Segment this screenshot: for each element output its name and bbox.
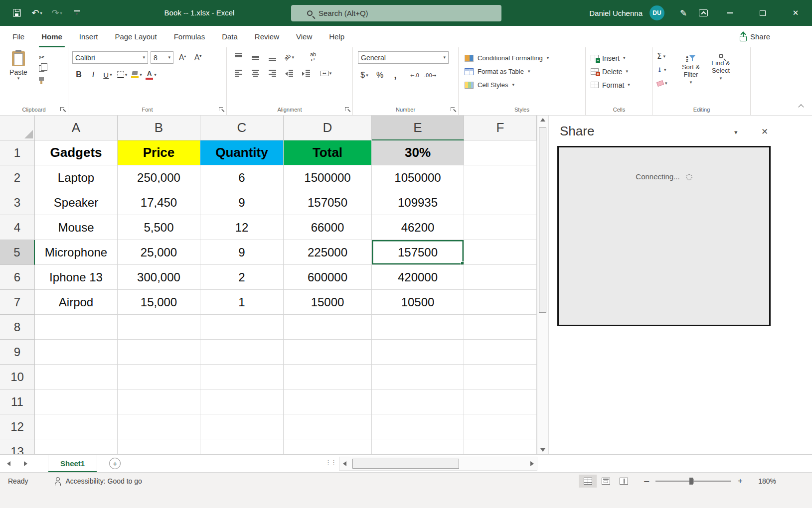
cell-F3[interactable] (464, 190, 537, 215)
cell-B1[interactable]: Price (118, 140, 200, 165)
cell-E4[interactable]: 46200 (372, 215, 464, 240)
cell-A8[interactable] (35, 315, 118, 340)
decrease-indent-button[interactable] (283, 67, 296, 79)
cell-F2[interactable] (464, 165, 537, 190)
cell-C11[interactable] (200, 389, 284, 414)
increase-font-size-button[interactable]: A▴ (176, 52, 189, 64)
top-align-button[interactable] (232, 51, 245, 63)
cell-D3[interactable]: 157050 (284, 190, 372, 215)
sheet-tab-sheet1[interactable]: Sheet1 (48, 455, 97, 473)
horizontal-scrollbar[interactable] (339, 457, 537, 471)
wrap-text-button[interactable]: ab↵ (307, 51, 320, 63)
format-cells-button[interactable]: Format ▾ (586, 78, 652, 92)
format-as-table-button[interactable]: Format as Table ▾ (459, 65, 585, 78)
cell-A10[interactable] (35, 365, 118, 389)
find-select-button[interactable]: Find & Select ▾ (706, 51, 736, 88)
cell-D4[interactable]: 66000 (284, 215, 372, 240)
cut-button[interactable]: ✂ (39, 53, 45, 61)
tab-view[interactable]: View (288, 26, 321, 47)
cell-B12[interactable] (118, 414, 200, 439)
cell-C3[interactable]: 9 (200, 190, 284, 215)
clear-button[interactable]: ▾ (657, 78, 676, 88)
format-painter-button[interactable] (39, 77, 44, 81)
delete-cells-button[interactable]: Delete ▾ (586, 65, 652, 78)
save-button[interactable] (7, 0, 27, 26)
cell-E7[interactable]: 10500 (372, 290, 464, 315)
page-layout-view-button[interactable] (597, 475, 615, 488)
column-header-B[interactable]: B (118, 116, 200, 140)
cell-A7[interactable]: Airpod (35, 290, 118, 315)
font-dialog-launcher[interactable] (218, 107, 224, 112)
row-header-12[interactable]: 12 (0, 414, 35, 439)
align-center-button[interactable] (249, 67, 262, 79)
cell-F10[interactable] (464, 365, 537, 389)
cell-D5[interactable]: 225000 (284, 240, 372, 265)
cell-B8[interactable] (118, 315, 200, 340)
bottom-align-button[interactable] (266, 51, 279, 63)
accounting-format-button[interactable]: $▾ (358, 69, 371, 81)
cell-styles-button[interactable]: Cell Styles ▾ (459, 78, 585, 92)
cell-C8[interactable] (200, 315, 284, 340)
tab-formulas[interactable]: Formulas (165, 26, 214, 47)
cell-D1[interactable]: Total (284, 140, 372, 165)
cell-D2[interactable]: 1500000 (284, 165, 372, 190)
row-header-1[interactable]: 1 (0, 140, 35, 165)
inking-button[interactable]: ✎ (673, 0, 693, 26)
cell-E8[interactable] (372, 315, 464, 340)
cell-E3[interactable]: 109935 (372, 190, 464, 215)
tab-file[interactable]: File (4, 26, 33, 47)
select-all-corner[interactable] (0, 116, 35, 140)
row-header-5[interactable]: 5 (0, 240, 35, 265)
zoom-slider[interactable] (655, 481, 731, 482)
underline-button[interactable]: U▾ (101, 69, 114, 81)
cell-C4[interactable]: 12 (200, 215, 284, 240)
sort-filter-button[interactable]: AZ Sort & Filter ▾ (676, 51, 706, 88)
cell-F8[interactable] (464, 315, 537, 340)
column-header-A[interactable]: A (35, 116, 118, 140)
row-header-13[interactable]: 13 (0, 439, 35, 454)
sheet-nav-right-arrow[interactable] (17, 455, 34, 473)
font-color-button[interactable]: A ▾ (145, 69, 158, 81)
cell-A1[interactable]: Gadgets (35, 140, 118, 165)
cell-B2[interactable]: 250,000 (118, 165, 200, 190)
row-header-11[interactable]: 11 (0, 389, 35, 414)
tab-home[interactable]: Home (33, 26, 71, 47)
cell-F9[interactable] (464, 340, 537, 365)
cell-E5[interactable]: 157500 (372, 240, 464, 265)
maximize-button[interactable] (746, 0, 779, 26)
row-header-10[interactable]: 10 (0, 365, 35, 389)
customize-quick-access-button[interactable]: ▾ (67, 0, 87, 26)
cell-D13[interactable] (284, 439, 372, 454)
cell-F12[interactable] (464, 414, 537, 439)
cell-D6[interactable]: 600000 (284, 265, 372, 290)
row-header-7[interactable]: 7 (0, 290, 35, 315)
sheet-nav-left-arrow[interactable] (0, 455, 17, 473)
share-pane-close-icon[interactable]: ✕ (761, 127, 768, 136)
cell-D7[interactable]: 15000 (284, 290, 372, 315)
decrease-font-size-button[interactable]: A▾ (191, 52, 204, 64)
zoom-slider-thumb[interactable] (689, 478, 693, 485)
tab-data[interactable]: Data (213, 26, 246, 47)
cell-E11[interactable] (372, 389, 464, 414)
vertical-scrollbar[interactable] (537, 116, 548, 454)
fill-color-button[interactable]: ▾ (130, 69, 143, 81)
search-input[interactable]: Search (Alt+Q) (291, 5, 501, 21)
cell-C2[interactable]: 6 (200, 165, 284, 190)
align-right-button[interactable] (266, 67, 279, 79)
cell-C7[interactable]: 1 (200, 290, 284, 315)
row-header-8[interactable]: 8 (0, 315, 35, 340)
cell-A9[interactable] (35, 340, 118, 365)
accessibility-status[interactable]: Accessibility: Good to go (54, 477, 142, 486)
cell-A6[interactable]: Iphone 13 (35, 265, 118, 290)
row-header-4[interactable]: 4 (0, 215, 35, 240)
cell-A11[interactable] (35, 389, 118, 414)
cell-E2[interactable]: 1050000 (372, 165, 464, 190)
ribbon-display-options-button[interactable] (693, 0, 713, 26)
row-header-9[interactable]: 9 (0, 340, 35, 365)
tab-review[interactable]: Review (246, 26, 288, 47)
cell-C12[interactable] (200, 414, 284, 439)
column-header-E[interactable]: E (372, 116, 464, 140)
autosum-button[interactable]: Σ▾ (657, 51, 676, 61)
zoom-level[interactable]: 180% (752, 477, 776, 485)
cell-F7[interactable] (464, 290, 537, 315)
